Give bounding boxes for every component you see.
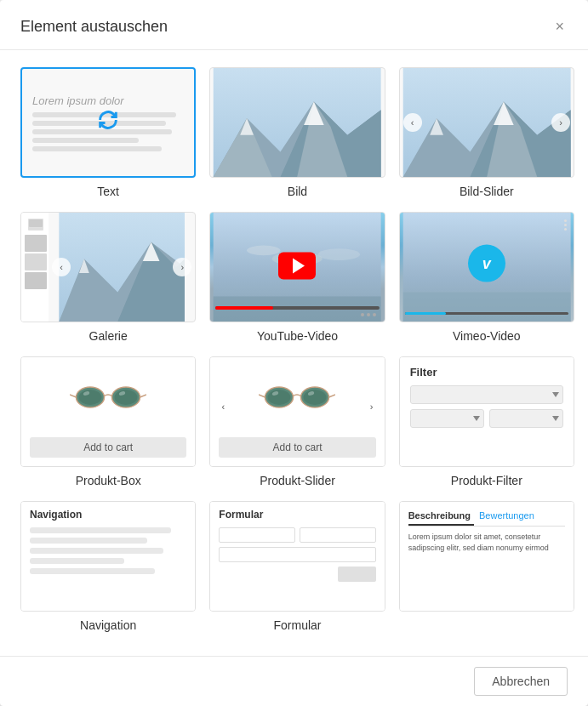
card-bewertung[interactable]: Beschreibung Bewertungen Lorem ipsum dol… [399, 501, 574, 632]
card-thumbnail-produkt-slider[interactable]: Add to cart ‹ › [209, 356, 385, 467]
close-button[interactable]: × [551, 15, 568, 37]
form-field-1 [219, 527, 295, 543]
nav-line-3 [30, 548, 163, 554]
modal-footer: Abbrechen [0, 656, 588, 706]
svg-point-31 [115, 390, 138, 405]
nav-line-1 [30, 527, 171, 533]
card-thumbnail-bewertung[interactable]: Beschreibung Bewertungen Lorem ipsum dol… [399, 501, 574, 612]
vimeo-menu [564, 219, 567, 231]
bild-slider-mountain-svg [400, 68, 574, 177]
nav-title: Navigation [30, 509, 186, 521]
gallery-main: ‹ › [49, 213, 195, 322]
card-thumbnail-bild-slider[interactable]: ‹ › [399, 67, 574, 178]
element-grid: Lorem ipsum dolor [20, 67, 574, 632]
filter-select-3[interactable] [489, 409, 563, 428]
youtube-progress-fill [215, 306, 272, 310]
svg-point-23 [247, 245, 280, 255]
card-youtube[interactable]: YouTube-Video [209, 212, 385, 343]
card-thumbnail-galerie[interactable]: ‹ › [20, 212, 196, 322]
card-thumbnail-vimeo[interactable]: v [399, 212, 574, 322]
bewertung-tabs: Beschreibung Bewertungen [408, 509, 565, 527]
youtube-time-dots [361, 313, 376, 316]
product-slider-sunglasses [259, 373, 335, 419]
form-field-3 [219, 547, 375, 562]
card-produkt-slider[interactable]: Add to cart ‹ › Produkt-Slider [209, 356, 385, 487]
svg-point-29 [79, 390, 102, 405]
card-label-bild: Bild [288, 185, 307, 198]
vimeo-menu-dot-2 [564, 224, 567, 226]
svg-point-37 [268, 390, 291, 405]
svg-line-32 [70, 395, 77, 397]
filter-row-2 [410, 409, 563, 428]
form-submit-button [338, 567, 376, 582]
vimeo-menu-dot-3 [564, 228, 567, 231]
card-thumbnail-navigation[interactable]: Navigation [20, 501, 196, 612]
card-label-formular: Formular [273, 618, 321, 632]
bild-slider-left-arrow[interactable]: ‹ [403, 113, 422, 132]
card-label-vimeo: Vimeo-Video [453, 329, 521, 343]
vimeo-inner: v [400, 213, 574, 322]
card-bild[interactable]: Bild [209, 67, 385, 198]
add-to-cart-button[interactable]: Add to cart [30, 437, 186, 458]
card-navigation[interactable]: Navigation Navigation [20, 501, 196, 632]
card-label-navigation: Navigation [80, 618, 136, 632]
product-slider-add-to-cart-button[interactable]: Add to cart [219, 437, 375, 458]
bewertung-tab-bewertungen[interactable]: Bewertungen [479, 509, 538, 526]
youtube-dot-1 [361, 313, 364, 316]
text-line-5 [32, 146, 162, 151]
card-vimeo[interactable]: v Vimeo-Video [399, 212, 574, 343]
nav-line-2 [30, 538, 147, 544]
product-slider-inner: Add to cart ‹ › [210, 357, 384, 466]
refresh-icon [96, 108, 120, 137]
form-row-3 [219, 567, 375, 582]
bewertung-inner: Beschreibung Bewertungen Lorem ipsum dol… [400, 502, 574, 611]
product-image [66, 366, 151, 425]
filter-title: Filter [410, 366, 563, 379]
youtube-dot-2 [367, 313, 370, 316]
youtube-play-button[interactable] [278, 252, 316, 279]
card-formular[interactable]: Formular [209, 501, 385, 632]
vimeo-logo: v [468, 245, 505, 282]
gallery-thumb-3 [25, 272, 47, 289]
bewertung-text: Lorem ipsum dolor sit amet, consetetur s… [408, 532, 565, 553]
card-thumbnail-produkt-filter[interactable]: Filter [399, 356, 574, 467]
filter-inner: Filter [400, 357, 574, 466]
vimeo-progress-fill [405, 312, 446, 315]
gallery-thumb-icon [25, 216, 47, 233]
text-card-inner: Lorem ipsum dolor [22, 69, 194, 176]
svg-rect-14 [29, 219, 43, 227]
bild-slider-right-arrow[interactable]: › [551, 113, 570, 132]
form-inner: Formular [210, 502, 384, 611]
card-thumbnail-youtube[interactable] [209, 212, 385, 322]
svg-point-24 [318, 248, 360, 260]
youtube-inner [210, 213, 384, 322]
card-thumbnail-formular[interactable]: Formular [209, 501, 385, 612]
gallery-right-arrow[interactable]: › [173, 258, 191, 276]
gallery-left-arrow[interactable]: ‹ [52, 258, 71, 276]
product-slider-right-arrow[interactable]: › [363, 397, 381, 416]
product-box-inner: Add to cart [21, 357, 195, 466]
card-galerie[interactable]: ‹ › Galerie [20, 212, 196, 343]
svg-marker-44 [552, 392, 559, 397]
svg-rect-15 [29, 228, 43, 230]
filter-select-1[interactable] [410, 385, 563, 404]
filter-select-2[interactable] [410, 409, 484, 428]
bewertung-tab-beschreibung[interactable]: Beschreibung [408, 509, 474, 526]
card-produkt-box[interactable]: Add to cart Produkt-Box [20, 356, 196, 487]
card-produkt-filter[interactable]: Filter [399, 356, 574, 487]
card-thumbnail-produkt-box[interactable]: Add to cart [20, 356, 196, 467]
nav-lines [30, 527, 186, 574]
card-thumbnail-bild[interactable] [209, 67, 385, 178]
product-slider-left-arrow[interactable]: ‹ [214, 397, 232, 416]
cancel-button[interactable]: Abbrechen [474, 667, 568, 696]
card-bild-slider[interactable]: ‹ › Bild-Slider [399, 67, 574, 198]
youtube-progress-bar [215, 306, 379, 310]
card-text[interactable]: Lorem ipsum dolor [20, 67, 196, 198]
vimeo-progress-bar [405, 312, 568, 315]
card-label-text: Text [97, 185, 119, 198]
filter-row-1 [410, 385, 563, 404]
svg-marker-45 [473, 416, 480, 421]
modal-dialog: Element austauschen × Lorem ipsum dolor [0, 0, 588, 706]
nav-line-5 [30, 568, 155, 574]
card-thumbnail-text[interactable]: Lorem ipsum dolor [20, 67, 196, 178]
